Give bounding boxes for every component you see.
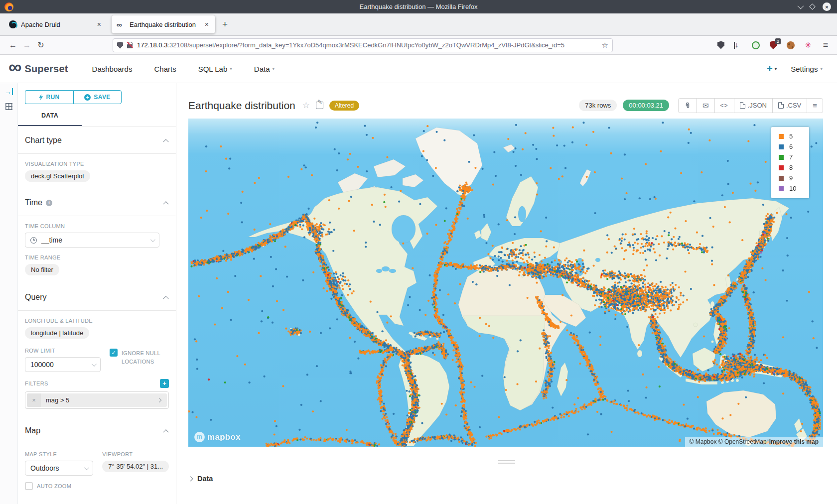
viz-type-value[interactable]: deck.gl Scatterplot xyxy=(25,170,90,182)
back-button[interactable]: ← xyxy=(6,41,20,50)
deckgl-scatter-map[interactable]: 5678910 m mapbox © Mapbox © OpenStreetMa… xyxy=(188,119,823,447)
superset-navbar: ∞ Superset Dashboards Charts SQL Lab ▾ D… xyxy=(0,55,837,83)
superset-logo[interactable]: ∞ Superset xyxy=(8,63,68,75)
panel-drag-handle[interactable] xyxy=(498,460,515,464)
section-point-size[interactable]: Point Size xyxy=(25,496,169,504)
tab-bar: Apache Druid × ∞ Earthquake distribution… xyxy=(0,13,837,36)
edit-properties-icon[interactable] xyxy=(316,102,323,109)
chevron-up-icon xyxy=(163,296,168,301)
chart-menu-button[interactable]: ≡ xyxy=(807,99,823,113)
section-map[interactable]: Map xyxy=(25,417,169,444)
improve-map-link[interactable]: Improve this map xyxy=(769,438,819,445)
close-window-icon[interactable]: × xyxy=(823,2,831,11)
settings-menu[interactable]: Settings ▾ xyxy=(791,65,823,73)
lonlat-label: LONGITUDE & LATITUDE xyxy=(25,318,169,324)
tracking-shield-icon[interactable] xyxy=(117,42,123,49)
legend-swatch xyxy=(779,134,784,139)
filters-control: × mag > 5 xyxy=(25,391,169,409)
nav-data[interactable]: Data ▾ xyxy=(254,65,275,73)
query-timer-badge: 00:00:03.21 xyxy=(623,100,669,111)
run-button[interactable]: RUN xyxy=(25,90,73,104)
tab-data[interactable]: DATA xyxy=(18,112,82,126)
legend-swatch xyxy=(779,144,784,149)
close-tab-icon[interactable]: × xyxy=(96,20,103,28)
paperclip-icon xyxy=(684,102,691,109)
new-item-button[interactable]: + ▾ xyxy=(767,63,777,75)
close-tab-icon[interactable]: × xyxy=(203,20,210,28)
remove-filter-icon[interactable]: × xyxy=(27,393,41,407)
auto-zoom-checkbox[interactable] xyxy=(25,482,33,490)
firefox-window: Earthquake distribution — Mozilla Firefo… xyxy=(0,0,837,504)
copy-link-button[interactable] xyxy=(679,99,697,113)
scatter-layer[interactable] xyxy=(188,119,823,447)
time-column-label: TIME COLUMN xyxy=(25,223,169,229)
url-host: 172.18.0.3 xyxy=(137,41,167,49)
map-style-select[interactable]: Outdoors xyxy=(25,461,93,476)
chevron-up-icon xyxy=(163,139,168,144)
file-icon xyxy=(778,102,784,109)
legend-swatch xyxy=(779,186,784,191)
nav-sql-lab[interactable]: SQL Lab ▾ xyxy=(198,65,232,73)
url-path: :32108/superset/explore/?form_data_key=1… xyxy=(167,41,597,49)
altered-badge[interactable]: Altered xyxy=(329,101,359,111)
expand-panel-icon[interactable]: → xyxy=(4,88,13,95)
explore-control-panel: RUN + SAVE DATA Chart type VISUALIZATION… xyxy=(18,83,176,504)
save-button[interactable]: + SAVE xyxy=(73,90,122,104)
embed-code-button[interactable]: <> xyxy=(714,99,734,113)
chevron-down-icon: ▾ xyxy=(273,66,275,71)
tab-earthquake-distribution[interactable]: ∞ Earthquake distribution × xyxy=(112,15,215,33)
ignore-null-checkbox[interactable]: ✓ xyxy=(110,349,118,357)
cookie-extension-icon[interactable] xyxy=(785,40,796,51)
section-chart-type[interactable]: Chart type xyxy=(25,126,169,153)
extension-spark-icon[interactable]: ✳ xyxy=(803,40,814,51)
export-csv-button[interactable]: .CSV xyxy=(772,99,807,113)
time-range-value[interactable]: No filter xyxy=(25,264,59,275)
minimize-icon[interactable] xyxy=(798,3,804,9)
new-tab-button[interactable]: + xyxy=(222,19,228,30)
section-time[interactable]: Time i xyxy=(25,189,169,216)
lightning-icon xyxy=(39,94,43,100)
downloads-icon[interactable]: → xyxy=(733,40,744,51)
dataset-grid-icon[interactable] xyxy=(5,103,12,110)
legend-entry: 7 xyxy=(779,153,809,161)
auto-zoom-label: AUTO ZOOM xyxy=(37,482,71,491)
viz-type-label: VISUALIZATION TYPE xyxy=(25,161,169,167)
reload-button[interactable]: ↻ xyxy=(34,40,48,50)
legend-swatch xyxy=(779,155,784,160)
legend-entry: 9 xyxy=(779,174,809,182)
nav-charts[interactable]: Charts xyxy=(154,65,176,73)
attribution-text[interactable]: © Mapbox © OpenStreetMap xyxy=(690,438,767,445)
chevron-down-icon: ▾ xyxy=(820,66,823,71)
url-bar[interactable]: 172.18.0.3 :32108/superset/explore/?form… xyxy=(113,38,613,52)
maximize-icon[interactable] xyxy=(809,3,816,10)
favorite-star-icon[interactable]: ☆ xyxy=(302,100,310,111)
nav-dashboards[interactable]: Dashboards xyxy=(92,65,133,73)
map-attribution: © Mapbox © OpenStreetMap Improve this ma… xyxy=(685,437,823,447)
pocket-shield-icon[interactable] xyxy=(715,40,726,51)
export-json-button[interactable]: .JSON xyxy=(734,99,772,113)
druid-favicon-icon xyxy=(9,20,17,28)
privacy-extension-icon[interactable] xyxy=(750,40,761,51)
tab-apache-druid[interactable]: Apache Druid × xyxy=(4,15,108,33)
menu-icon[interactable]: ≡ xyxy=(820,40,831,51)
legend-entry: 8 xyxy=(779,164,809,171)
forward-button[interactable]: → xyxy=(20,41,34,50)
section-query[interactable]: Query xyxy=(25,283,169,310)
window-titlebar: Earthquake distribution — Mozilla Firefo… xyxy=(0,0,837,13)
email-button[interactable]: ✉ xyxy=(697,99,714,113)
filter-item[interactable]: × mag > 5 xyxy=(27,393,167,407)
mapbox-logo[interactable]: m mapbox xyxy=(194,432,241,442)
lonlat-value[interactable]: longitude | latitude xyxy=(25,327,89,339)
ublock-icon[interactable]: 2 xyxy=(768,40,779,51)
time-column-select[interactable]: __time xyxy=(25,233,159,248)
bookmark-star-icon[interactable]: ☆ xyxy=(598,41,608,50)
insecure-lock-icon[interactable] xyxy=(127,42,133,48)
row-limit-select[interactable]: 100000 xyxy=(25,357,101,372)
viewport-value[interactable]: 7° 35' 54.02" | 31... xyxy=(102,461,169,472)
add-filter-button[interactable]: + xyxy=(160,379,169,388)
chevron-down-icon: ▾ xyxy=(775,66,777,71)
chevron-down-icon xyxy=(150,237,155,242)
data-panel-toggle[interactable]: Data xyxy=(176,475,837,483)
legend-label: 6 xyxy=(789,143,793,150)
clock-icon xyxy=(30,237,37,244)
